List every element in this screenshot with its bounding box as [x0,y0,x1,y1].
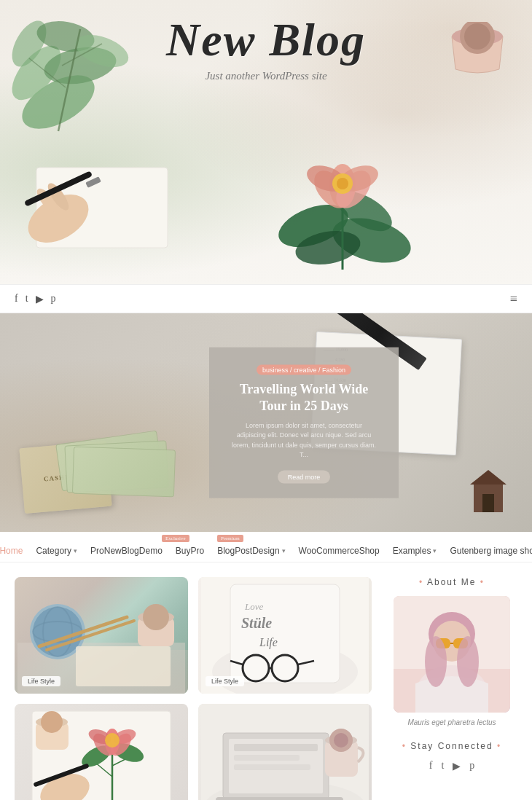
svg-rect-78 [234,764,310,770]
hero-title: Travelling World Wide Tour in 25 Days [231,381,377,415]
svg-text:Life: Life [259,636,278,649]
main-navigation: Exclusive Premium ⌂ Home Category ▾ ProN… [0,532,532,562]
svg-text:Love: Love [244,601,264,612]
hero-content-box: business / creative / Fashion Travelling… [209,348,399,498]
chevron-down-icon-3: ▾ [433,547,437,554]
svg-point-35 [33,607,82,656]
blog-card-2[interactable]: Love Stüle Life Life Style [198,577,372,694]
social-navbar: f t ▶ p ≡ [0,284,532,313]
about-image [394,596,510,713]
house-decoration [466,466,510,517]
svg-point-92 [425,636,447,687]
svg-rect-77 [234,755,300,761]
twitter-icon[interactable]: t [26,293,28,305]
premium-badge: Premium [217,535,243,542]
about-caption: Mauris eget pharetra lectus [386,718,517,726]
svg-point-83 [334,733,348,748]
sc-facebook-icon[interactable]: f [429,760,433,772]
main-content: Life Style Love Stüle Life [15,577,372,800]
hamburger-menu-icon[interactable]: ≡ [510,291,517,307]
blog-grid: Life Style Love Stüle Life [15,577,372,800]
hand-pen-decoration [7,124,189,255]
svg-point-93 [457,636,479,687]
svg-rect-40 [76,646,171,686]
svg-point-29 [464,23,490,50]
svg-rect-32 [482,494,494,512]
bill-3 [72,447,176,498]
nav-item-woocommerce[interactable]: WooCommerceShop [299,538,380,556]
sidebar: About Me [386,577,517,800]
blog-card-1[interactable]: Life Style [15,577,188,694]
svg-point-43 [143,604,169,630]
stay-connected-icons: f t ▶ p [386,760,517,772]
chevron-down-icon: ▾ [74,547,77,554]
content-area: Life Style Love Stüle Life [0,562,532,800]
stay-connected-title: Stay Connected [386,741,517,751]
coffee-cup-decoration [445,22,510,80]
svg-marker-30 [470,470,506,485]
about-section: About Me [386,577,517,726]
chevron-down-icon-2: ▾ [282,547,286,554]
svg-point-66 [105,733,120,748]
blog-card-4[interactable]: Life Style [198,704,372,800]
sc-youtube-icon[interactable]: ▶ [453,760,461,772]
site-title: New Blog [166,13,366,67]
card-4-content [198,704,372,800]
sc-twitter-icon[interactable]: t [441,760,444,772]
money-bills-decoration [58,437,175,495]
hero-slider: CASHBOOK _____ 15,000 _____ 4,280 _____ … [0,313,532,532]
nav-item-examples[interactable]: Examples ▾ [393,538,437,556]
svg-rect-76 [234,744,318,751]
svg-point-26 [337,178,348,189]
social-icons-group: f t ▶ p [15,293,56,305]
blog-card-3[interactable]: Life Style [15,704,188,800]
site-header: New Blog Just another WordPress site [0,0,532,284]
svg-text:Stüle: Stüle [241,615,272,631]
nav-item-gutenberg[interactable]: Gutenberg image show [450,538,532,556]
site-subtitle: Just another WordPress site [205,70,326,82]
stay-connected-section: Stay Connected f t ▶ p [386,741,517,772]
hero-description: Lorem ipsum dolor sit amet, consectetur … [231,420,377,460]
flower-decoration [270,124,415,270]
svg-rect-46 [230,584,340,683]
card-1-tag: Life Style [22,676,60,686]
nav-item-pronewblogdemo[interactable]: ProNewBlogDemo [90,538,163,556]
card-2-tag: Life Style [206,676,244,686]
youtube-icon[interactable]: ▶ [36,293,44,305]
card-3-content [15,704,188,800]
hero-category-badge: business / creative / Fashion [257,365,351,375]
nav-item-category[interactable]: Category ▾ [36,538,77,556]
nav-item-home[interactable]: ⌂ Home [0,538,23,556]
read-more-button[interactable]: Read more [278,470,331,483]
pinterest-icon[interactable]: p [51,293,56,305]
sc-pinterest-icon[interactable]: p [469,760,474,772]
about-title: About Me [386,577,517,587]
svg-point-71 [41,711,63,733]
facebook-icon[interactable]: f [15,293,18,305]
svg-rect-79 [216,797,343,800]
exclusive-badge: Exclusive [162,535,189,542]
